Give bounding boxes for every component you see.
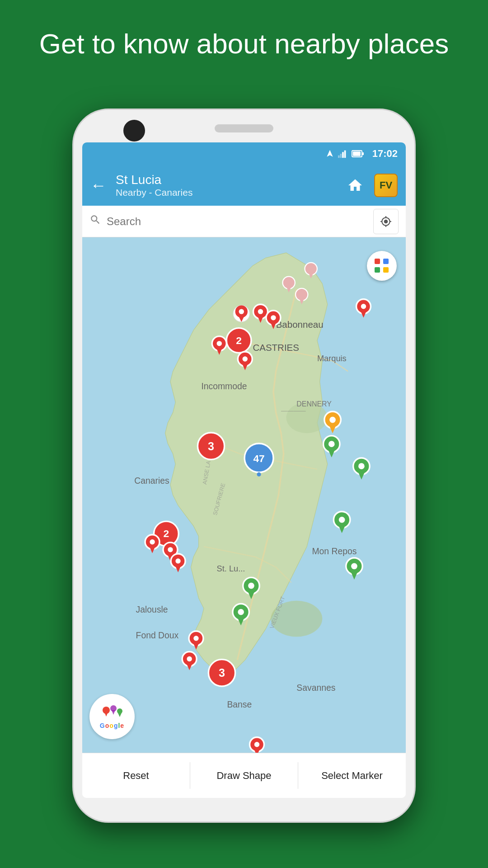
svg-point-41 bbox=[217, 341, 222, 346]
battery-icon bbox=[352, 149, 364, 158]
svg-point-70 bbox=[339, 517, 345, 523]
svg-point-44 bbox=[243, 356, 248, 361]
svg-text:3: 3 bbox=[219, 666, 225, 679]
marker-red-1 bbox=[233, 305, 249, 321]
svg-text:2: 2 bbox=[164, 528, 169, 539]
fv-badge-label: FV bbox=[380, 179, 392, 191]
google-pin-art bbox=[97, 704, 127, 722]
svg-text:Savannes: Savannes bbox=[296, 683, 335, 693]
svg-point-90 bbox=[175, 558, 180, 563]
app-subtitle: Nearby - Canaries bbox=[116, 187, 343, 198]
svg-point-61 bbox=[329, 417, 336, 423]
svg-point-84 bbox=[150, 539, 155, 544]
svg-text:Canaries: Canaries bbox=[134, 476, 169, 486]
svg-marker-0 bbox=[327, 150, 333, 157]
svg-point-64 bbox=[328, 441, 335, 447]
svg-point-101 bbox=[254, 742, 259, 747]
svg-text:————: ———— bbox=[281, 407, 306, 414]
app-title: St Lucia bbox=[116, 173, 343, 187]
svg-point-87 bbox=[168, 547, 173, 552]
status-bar: 17:02 bbox=[82, 142, 406, 165]
reset-button[interactable]: Reset bbox=[82, 753, 190, 798]
svg-point-96 bbox=[187, 656, 192, 661]
svg-marker-103 bbox=[104, 712, 108, 717]
svg-marker-105 bbox=[112, 710, 115, 715]
svg-marker-107 bbox=[118, 713, 122, 717]
svg-point-30 bbox=[239, 309, 244, 314]
svg-text:Incommode: Incommode bbox=[201, 381, 247, 391]
grid-dot-red bbox=[375, 259, 380, 264]
svg-point-58 bbox=[257, 472, 261, 476]
fv-badge-button[interactable]: FV bbox=[374, 174, 398, 197]
phone-speaker bbox=[215, 124, 273, 132]
select-marker-button[interactable]: Select Marker bbox=[298, 753, 406, 798]
google-g2: g bbox=[114, 722, 118, 729]
svg-text:Fond Doux: Fond Doux bbox=[136, 630, 179, 640]
svg-text:Babonneau: Babonneau bbox=[276, 319, 324, 330]
status-time: 17:02 bbox=[372, 148, 398, 160]
google-g: G bbox=[100, 722, 105, 729]
map-svg: Babonneau CASTRIES Marquis Incommode Can… bbox=[82, 237, 406, 753]
page-headline: Get to know about nearby places bbox=[0, 27, 488, 61]
google-text: Google bbox=[100, 722, 124, 729]
google-logo: Google bbox=[89, 694, 135, 739]
svg-rect-2 bbox=[340, 154, 342, 158]
app-bar: ← St Lucia Nearby - Canaries FV bbox=[82, 165, 406, 206]
back-button[interactable]: ← bbox=[90, 176, 107, 195]
svg-point-36 bbox=[271, 315, 276, 320]
app-bar-title: St Lucia Nearby - Canaries bbox=[116, 173, 343, 198]
svg-text:3: 3 bbox=[208, 440, 214, 453]
grid-view-button[interactable] bbox=[367, 251, 397, 281]
phone-screen: 17:02 ← St Lucia Nearby - Canaries FV bbox=[82, 142, 406, 798]
phone-container: 17:02 ← St Lucia Nearby - Canaries FV bbox=[72, 108, 416, 823]
svg-point-93 bbox=[193, 636, 198, 641]
svg-text:47: 47 bbox=[253, 453, 264, 464]
location-button[interactable] bbox=[373, 209, 399, 234]
svg-text:Jalousle: Jalousle bbox=[136, 604, 168, 614]
svg-point-33 bbox=[258, 309, 263, 314]
grid-dot-green bbox=[375, 267, 380, 273]
svg-text:St. Lu...: St. Lu... bbox=[217, 564, 245, 573]
draw-shape-label: Draw Shape bbox=[216, 770, 271, 782]
select-marker-label: Select Marker bbox=[321, 770, 383, 782]
svg-rect-1 bbox=[338, 156, 340, 158]
google-e: e bbox=[120, 722, 124, 729]
search-input[interactable] bbox=[107, 215, 373, 228]
svg-text:2: 2 bbox=[236, 335, 242, 346]
svg-point-79 bbox=[248, 583, 254, 589]
svg-text:Marquis: Marquis bbox=[317, 354, 347, 363]
search-bar bbox=[82, 206, 406, 237]
svg-point-67 bbox=[358, 463, 365, 469]
google-o1: o bbox=[105, 722, 110, 729]
svg-point-73 bbox=[351, 563, 357, 569]
search-icon bbox=[89, 214, 101, 229]
grid-dot-blue bbox=[383, 259, 389, 264]
svg-text:Banse: Banse bbox=[227, 699, 252, 709]
google-o2: o bbox=[109, 722, 114, 729]
map-area[interactable]: Babonneau CASTRIES Marquis Incommode Can… bbox=[82, 237, 406, 753]
svg-rect-3 bbox=[342, 152, 344, 158]
svg-point-76 bbox=[238, 609, 244, 615]
grid-dot-yellow bbox=[383, 267, 389, 273]
svg-rect-4 bbox=[344, 151, 346, 158]
svg-rect-6 bbox=[353, 151, 361, 156]
reset-label: Reset bbox=[123, 770, 149, 782]
svg-text:Mon Repos: Mon Repos bbox=[312, 546, 357, 556]
draw-shape-button[interactable]: Draw Shape bbox=[190, 753, 298, 798]
nav-icon bbox=[325, 149, 334, 158]
status-icons: 17:02 bbox=[325, 148, 398, 160]
svg-text:DENNERY: DENNERY bbox=[296, 400, 332, 408]
bottom-toolbar: Reset Draw Shape Select Marker bbox=[82, 753, 406, 798]
home-button[interactable] bbox=[343, 174, 367, 197]
signal-icon bbox=[338, 149, 348, 158]
svg-text:CASTRIES: CASTRIES bbox=[253, 342, 299, 353]
grid-dots bbox=[375, 259, 389, 273]
app-bar-actions: FV bbox=[343, 174, 398, 197]
front-camera bbox=[123, 120, 145, 142]
svg-point-47 bbox=[361, 304, 366, 309]
svg-rect-7 bbox=[362, 152, 364, 155]
